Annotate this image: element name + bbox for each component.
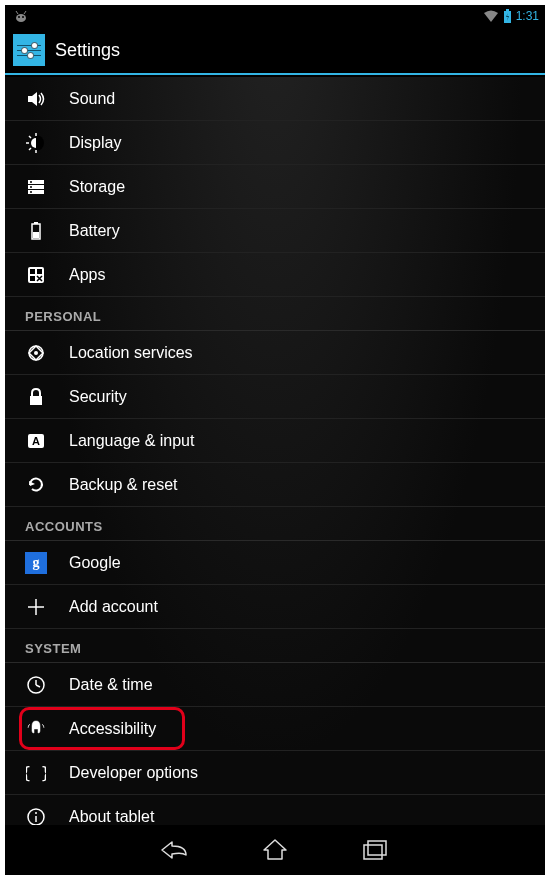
svg-point-15: [30, 186, 32, 188]
svg-rect-19: [33, 232, 39, 238]
settings-item-display[interactable]: Display: [5, 121, 545, 165]
svg-rect-26: [30, 396, 42, 405]
settings-item-label: Developer options: [69, 764, 198, 782]
settings-item-storage[interactable]: Storage: [5, 165, 545, 209]
settings-item-google[interactable]: gGoogle: [5, 541, 545, 585]
settings-app-icon: [13, 34, 45, 66]
svg-rect-18: [34, 222, 38, 224]
svg-point-2: [22, 16, 24, 18]
debug-icon: [11, 9, 31, 23]
navigation-bar: [5, 825, 545, 875]
settings-item-accessibility[interactable]: Accessibility: [5, 707, 545, 751]
svg-point-16: [30, 191, 32, 193]
svg-point-0: [16, 14, 26, 22]
svg-text:{ }: { }: [26, 763, 46, 782]
apps-icon: [25, 264, 47, 286]
home-button[interactable]: [260, 835, 290, 865]
svg-rect-39: [368, 841, 386, 855]
location-icon: [25, 342, 47, 364]
settings-item-label: Location services: [69, 344, 193, 362]
settings-item-sound[interactable]: Sound: [5, 77, 545, 121]
settings-item-label: Accessibility: [69, 720, 156, 738]
battery-icon: [25, 220, 47, 242]
svg-point-36: [35, 812, 37, 814]
status-bar: 1:31: [5, 5, 545, 27]
svg-rect-38: [364, 845, 382, 859]
settings-item-label: About tablet: [69, 808, 154, 826]
svg-point-1: [18, 16, 20, 18]
clock-text: 1:31: [516, 9, 539, 23]
settings-item-apps[interactable]: Apps: [5, 253, 545, 297]
settings-item-developer[interactable]: { }Developer options: [5, 751, 545, 795]
settings-item-label: Google: [69, 554, 121, 572]
settings-item-label: Add account: [69, 598, 158, 616]
svg-point-14: [30, 181, 32, 183]
svg-rect-23: [30, 276, 35, 281]
settings-item-label: Apps: [69, 266, 105, 284]
recent-apps-button[interactable]: [360, 835, 390, 865]
addaccount-icon: [25, 596, 47, 618]
settings-item-label: Sound: [69, 90, 115, 108]
svg-point-25: [34, 351, 38, 355]
back-button[interactable]: [160, 835, 190, 865]
svg-rect-22: [37, 269, 42, 274]
display-icon: [25, 132, 47, 154]
settings-item-datetime[interactable]: Date & time: [5, 663, 545, 707]
language-icon: A: [25, 430, 47, 452]
settings-item-label: Language & input: [69, 432, 194, 450]
settings-item-location[interactable]: Location services: [5, 331, 545, 375]
settings-item-label: Date & time: [69, 676, 153, 694]
settings-item-addaccount[interactable]: Add account: [5, 585, 545, 629]
svg-rect-21: [30, 269, 35, 274]
settings-item-label: Backup & reset: [69, 476, 178, 494]
app-bar: Settings: [5, 27, 545, 75]
svg-text:A: A: [32, 435, 40, 447]
settings-item-security[interactable]: Security: [5, 375, 545, 419]
sound-icon: [25, 88, 47, 110]
settings-item-battery[interactable]: Battery: [5, 209, 545, 253]
storage-icon: [25, 176, 47, 198]
app-bar-title: Settings: [55, 40, 120, 61]
security-icon: [25, 386, 47, 408]
backup-icon: [25, 474, 47, 496]
datetime-icon: [25, 674, 47, 696]
svg-line-10: [29, 148, 31, 150]
google-icon: g: [25, 552, 47, 574]
section-header-personal: PERSONAL: [5, 297, 545, 331]
section-header-accounts: ACCOUNTS: [5, 507, 545, 541]
settings-item-label: Storage: [69, 178, 125, 196]
about-icon: [25, 806, 47, 826]
svg-line-33: [36, 685, 40, 687]
settings-item-label: Battery: [69, 222, 120, 240]
settings-item-about[interactable]: About tablet: [5, 795, 545, 825]
section-header-system: SYSTEM: [5, 629, 545, 663]
settings-item-backup[interactable]: Backup & reset: [5, 463, 545, 507]
settings-item-label: Display: [69, 134, 121, 152]
settings-item-label: Security: [69, 388, 127, 406]
developer-icon: { }: [25, 762, 47, 784]
accessibility-icon: [25, 718, 47, 740]
settings-item-language[interactable]: ALanguage & input: [5, 419, 545, 463]
svg-line-9: [29, 136, 31, 138]
wifi-icon: [483, 9, 499, 23]
battery-icon: [503, 9, 512, 23]
settings-list[interactable]: SoundDisplayStorageBatteryAppsPERSONALLo…: [5, 77, 545, 825]
svg-rect-4: [506, 9, 509, 11]
